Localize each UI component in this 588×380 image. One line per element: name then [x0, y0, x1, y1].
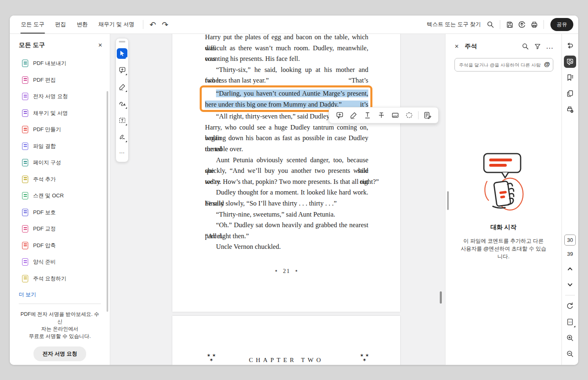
page-thumbnails-icon[interactable] — [564, 87, 576, 100]
right-rail: 30 39 1:1 — [561, 34, 578, 365]
workflow-route-icon[interactable] — [564, 40, 576, 52]
draw-tool-icon[interactable] — [117, 98, 127, 109]
lasso-select-icon[interactable] — [403, 109, 415, 121]
rotate-page-icon[interactable] — [564, 300, 576, 312]
all-tools-panel: 모든 도구 ✕ PDF 내보내기 PDF 편집 전자 서명 요청 채우기 및 서… — [10, 34, 110, 365]
redo-icon[interactable]: ↷ — [159, 18, 171, 31]
select-tool-icon[interactable] — [117, 48, 127, 59]
next-page-icon[interactable] — [564, 279, 576, 291]
sign-tool-icon[interactable] — [117, 132, 127, 143]
book-line: “Thirty-nine, sweetums,” said Aunt Petun… — [205, 209, 368, 220]
tab-convert[interactable]: 변환 — [71, 16, 93, 34]
promo-line: 자는 온라인에서 — [19, 325, 101, 333]
add-comment-icon[interactable] — [334, 109, 346, 121]
save-icon[interactable] — [503, 18, 516, 31]
comments-overflow-icon[interactable]: … — [544, 41, 555, 51]
redact-area-icon[interactable] — [389, 109, 401, 121]
search-comments-icon[interactable] — [520, 41, 530, 51]
edit-text-icon[interactable] — [421, 109, 434, 121]
sidebar-item-fill-sign[interactable]: 채우기 및 서명 — [10, 105, 110, 122]
toolbar-drag-handle[interactable] — [119, 41, 125, 42]
book-line: “Thirty-six,” he said, looking up at his… — [205, 65, 368, 76]
book-line: Uncle Vernon chuckled. — [205, 241, 368, 253]
document-scrollbar-thumb[interactable] — [440, 291, 442, 304]
item-label: 페이지 구성 — [33, 159, 61, 166]
svg-text:1:1: 1:1 — [568, 321, 572, 323]
esign-promo: PDF에 전자 서명을 받아보세요. 수신 자는 온라인에서 무료로 서명할 수… — [19, 304, 101, 365]
item-label: 주석 추가 — [33, 176, 56, 183]
new-comment-input[interactable] — [454, 58, 553, 72]
item-label: PDF 편집 — [33, 76, 56, 84]
add-text-box-tool-icon[interactable] — [117, 115, 127, 126]
close-panel-icon[interactable]: ✕ — [98, 42, 102, 48]
print-production-icon[interactable] — [564, 103, 576, 116]
quick-tools-bar: … — [116, 38, 129, 162]
zoom-out-icon[interactable] — [564, 348, 576, 360]
request-esign-button[interactable]: 전자 서명 요청 — [33, 346, 86, 361]
panel-title: 모든 도구 — [19, 41, 45, 49]
item-label: 전자 서명 요청 — [33, 93, 68, 100]
compress-pdf-icon — [22, 242, 28, 249]
share-button[interactable]: 공유 — [550, 18, 573, 31]
sidebar-item-edit-pdf[interactable]: PDF 편집 — [10, 72, 110, 89]
comments-panel-icon[interactable] — [564, 56, 576, 68]
prepare-form-icon — [22, 258, 28, 266]
sidebar-item-combine-files[interactable]: 파일 결합 — [10, 138, 110, 155]
document-area[interactable]: Harry put the plates of egg and bacon on… — [110, 34, 445, 365]
book-line: today. How’s that, popkin? Two more pres… — [205, 177, 368, 188]
sidebar-item-compress-pdf[interactable]: PDF 압축 — [10, 237, 110, 254]
add-comment-tool-icon[interactable] — [117, 65, 127, 76]
organize-pages-icon — [22, 159, 28, 166]
underline-icon[interactable] — [361, 109, 374, 121]
tab-edit[interactable]: 편집 — [50, 16, 71, 34]
sidebar-item-protect-pdf[interactable]: PDF 보호 — [10, 204, 110, 221]
item-label: PDF 압축 — [33, 242, 56, 249]
sidebar-scrollbar[interactable] — [107, 91, 108, 312]
combine-files-icon — [22, 143, 28, 150]
sidebar-item-prepare-form[interactable]: 양식 준비 — [10, 254, 110, 270]
close-comments-icon[interactable]: ✕ — [454, 43, 459, 49]
comments-empty-state: 대화 시작 이 파일에 코멘트를 추가하고 다른 사용자를 @멘션하여 초대할 … — [445, 152, 561, 260]
search-icon[interactable] — [484, 18, 497, 31]
see-more-link[interactable]: 더 보기 — [10, 287, 110, 298]
mention-at-icon[interactable]: @ — [544, 60, 550, 67]
empty-state-text: 사용자를 @멘션하여 초대할 수 있습 — [445, 245, 561, 253]
book-line: “All right then.” — [205, 231, 368, 242]
undo-icon[interactable]: ↶ — [147, 18, 159, 31]
edit-pdf-icon — [22, 76, 28, 84]
sidebar-item-add-comments[interactable]: 주석 추가 — [10, 171, 110, 188]
sidebar-item-organize-pages[interactable]: 페이지 구성 — [10, 154, 110, 171]
sidebar-item-export-pdf[interactable]: PDF 내보내기 — [10, 55, 110, 72]
highlight-icon[interactable] — [347, 109, 360, 121]
upload-share-icon[interactable] — [516, 18, 528, 31]
item-label: 채우기 및 서명 — [33, 110, 68, 117]
print-icon[interactable] — [528, 18, 540, 31]
current-page-input[interactable]: 30 — [564, 235, 576, 246]
pdf-page-21: Harry put the plates of egg and bacon on… — [172, 34, 400, 312]
previous-page-icon[interactable] — [564, 263, 576, 275]
strikethrough-icon[interactable] — [375, 109, 388, 121]
more-tools-icon[interactable]: … — [119, 148, 125, 154]
empty-state-text: 이 파일에 코멘트를 추가하고 다른 — [445, 237, 561, 245]
find-tools-label[interactable]: 텍스트 또는 도구 찾기 — [427, 21, 481, 28]
toolbar-divider — [543, 20, 544, 29]
zoom-in-icon[interactable] — [564, 332, 576, 344]
promo-line: PDF에 전자 서명을 받아보세요. 수신 — [19, 311, 101, 325]
highlight-tool-icon[interactable] — [117, 82, 127, 92]
sidebar-item-create-pdf[interactable]: PDF 만들기 — [10, 121, 110, 138]
actual-size-icon[interactable]: 1:1 — [564, 316, 576, 328]
bookmarks-icon[interactable] — [564, 72, 576, 84]
tab-fill-sign[interactable]: 채우기 및 서명 — [93, 16, 140, 34]
tab-all-tools[interactable]: 모든 도구 — [16, 16, 50, 34]
top-toolbar: 모든 도구 편집 변환 채우기 및 서명 ↶ ↷ 텍스트 또는 도구 찾기 공유 — [10, 16, 578, 34]
filter-comments-icon[interactable] — [532, 41, 543, 51]
start-conversation-illustration — [478, 152, 529, 215]
sidebar-item-scan-ocr[interactable]: 스캔 및 OCR — [10, 188, 110, 204]
sidebar-item-redact-pdf[interactable]: PDF 교정 — [10, 221, 110, 237]
total-pages-label: 39 — [567, 251, 573, 257]
empty-state-title: 대화 시작 — [445, 224, 561, 231]
book-line: Harry put the plates of egg and bacon on… — [205, 34, 368, 43]
scan-ocr-icon — [22, 192, 28, 199]
sidebar-item-request-esign[interactable]: 전자 서명 요청 — [10, 88, 110, 105]
sidebar-item-request-comments[interactable]: 주석 요청하기 — [10, 270, 110, 287]
